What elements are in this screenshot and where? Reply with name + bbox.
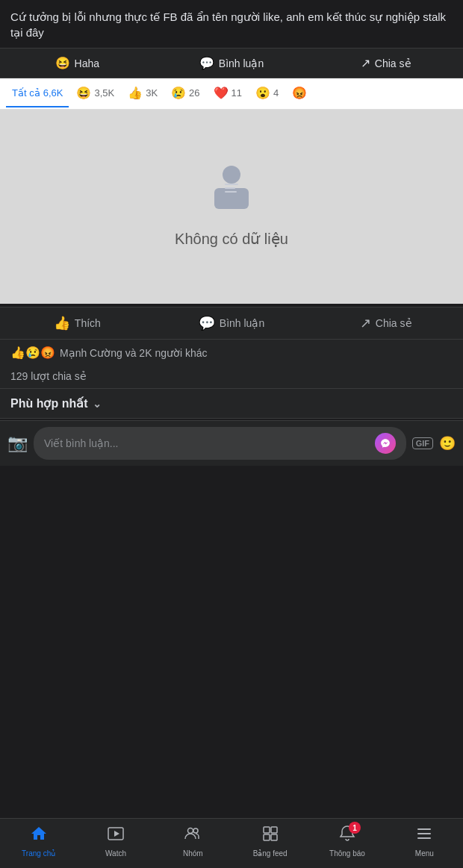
sad-tab-emoji: 😢: [171, 86, 186, 100]
haha-label: Haha: [75, 57, 99, 69]
notification-badge: 1: [349, 822, 361, 834]
comment-input-placeholder: Viết bình luận...: [44, 437, 118, 449]
haha-emoji-icon: 😆: [55, 56, 70, 70]
share-reaction-button[interactable]: ↗ Chia sẻ: [308, 49, 463, 78]
nav-watch-label: Watch: [105, 849, 126, 858]
empty-state-panel: Không có dữ liệu: [0, 110, 463, 304]
comment-action-button[interactable]: 💬 Bình luận: [155, 307, 309, 339]
shares-text: 129 lượt chia sẻ: [10, 370, 87, 382]
tab-sad[interactable]: 😢 26: [165, 78, 205, 109]
shares-row: 129 lượt chia sẻ: [0, 366, 463, 389]
home-icon: [30, 825, 48, 847]
reactions-detail-panel: Tất cả 6,6K 😆 3,5K 👍 3K 😢 26 ❤️ 11 😮 4 😡: [0, 78, 463, 110]
nav-menu[interactable]: Menu: [386, 819, 463, 868]
svg-marker-6: [114, 831, 119, 837]
tab-haha[interactable]: 😆 3,5K: [70, 78, 120, 109]
svg-rect-14: [417, 833, 431, 834]
svg-rect-15: [417, 837, 431, 839]
svg-rect-12: [271, 834, 277, 840]
tab-heart[interactable]: ❤️ 11: [208, 78, 248, 109]
nav-feed[interactable]: Bảng feed: [232, 819, 308, 868]
camera-icon[interactable]: 📷: [7, 434, 28, 453]
nav-notifications-label: Thông báo: [329, 849, 365, 858]
comment-action-icon: 💬: [199, 315, 215, 331]
svg-rect-9: [264, 827, 270, 833]
comment-reaction-button[interactable]: 💬 Bình luận: [155, 49, 309, 78]
likers-row[interactable]: 👍😢😡 Mạnh Cường và 2K người khác: [0, 340, 463, 366]
share-action-label: Chia sẻ: [376, 317, 412, 329]
nav-watch[interactable]: Watch: [77, 819, 154, 868]
nav-home-label: Trang chủ: [22, 849, 55, 858]
tab-heart-count: 11: [232, 87, 242, 99]
svg-rect-10: [271, 827, 277, 833]
post-actions-bar: 👍 Thích 💬 Bình luận ↗ Chia sẻ: [0, 307, 463, 340]
comment-input-area: 📷 Viết bình luận... GIF 🙂: [0, 420, 463, 466]
likers-reaction-icons: 👍😢😡: [10, 346, 55, 360]
like-action-button[interactable]: 👍 Thích: [0, 307, 155, 339]
svg-rect-11: [264, 834, 270, 840]
share-icon: ↗: [361, 56, 370, 70]
svg-point-8: [193, 828, 198, 833]
nav-groups-label: Nhóm: [183, 849, 203, 858]
like-tab-emoji: 👍: [128, 86, 143, 100]
haha-tab-emoji: 😆: [76, 86, 91, 100]
post-title-area: Cứ tưởng bị lỗi nhưng thực tế FB đã ẩn t…: [0, 0, 463, 48]
svg-point-7: [188, 828, 193, 834]
share-action-icon: ↗: [360, 315, 371, 331]
reactions-tabs: Tất cả 6,6K 😆 3,5K 👍 3K 😢 26 ❤️ 11 😮 4 😡: [0, 78, 463, 109]
watch-icon: [107, 825, 125, 847]
feed-icon: [261, 825, 279, 847]
share-label: Chia sẻ: [375, 57, 411, 69]
comment-label: Bình luận: [219, 57, 264, 69]
chevron-down-icon: ⌄: [93, 398, 102, 410]
share-action-button[interactable]: ↗ Chia sẻ: [308, 307, 463, 339]
tab-all-count: 6,6K: [43, 87, 63, 99]
svg-point-0: [223, 166, 240, 184]
svg-rect-13: [417, 828, 431, 830]
tab-wow[interactable]: 😮 4: [249, 78, 285, 109]
tab-all-label: Tất cả: [12, 87, 40, 99]
groups-icon: [184, 825, 202, 847]
tab-haha-count: 3,5K: [94, 87, 114, 99]
tab-like-count: 3K: [146, 87, 158, 99]
bottom-nav: Trang chủ Watch Nhóm: [0, 818, 463, 868]
svg-rect-4: [225, 191, 237, 193]
comment-action-label: Bình luận: [220, 317, 264, 329]
gif-badge[interactable]: GIF: [412, 437, 433, 449]
menu-icon: [415, 825, 433, 847]
thumbs-up-icon: 👍: [54, 315, 70, 331]
nav-groups[interactable]: Nhóm: [155, 819, 232, 868]
comment-right-icons: [375, 433, 396, 454]
like-action-label: Thích: [75, 317, 101, 329]
svg-rect-2: [225, 184, 238, 185]
smile-icon[interactable]: 🙂: [439, 435, 456, 452]
wow-tab-emoji: 😮: [255, 86, 270, 100]
haha-reaction-button[interactable]: 😆 Haha: [0, 49, 155, 78]
nav-home[interactable]: Trang chủ: [0, 819, 77, 868]
tab-sad-count: 26: [189, 87, 199, 99]
angry-tab-emoji: 😡: [292, 86, 307, 100]
tab-like[interactable]: 👍 3K: [122, 78, 164, 109]
nav-feed-label: Bảng feed: [253, 849, 288, 858]
heart-tab-emoji: ❤️: [214, 86, 229, 100]
sort-label: Phù hợp nhất: [10, 396, 88, 410]
no-data-text: Không có dữ liệu: [175, 230, 288, 248]
nav-menu-label: Menu: [415, 849, 434, 858]
comment-input-box[interactable]: Viết bình luận...: [34, 427, 406, 460]
comment-icon: 💬: [199, 56, 214, 70]
tab-angry[interactable]: 😡: [286, 78, 313, 109]
no-data-icon: [205, 158, 258, 221]
nav-notifications[interactable]: 1 Thông báo: [308, 819, 385, 868]
sort-row[interactable]: Phù hợp nhất ⌄: [0, 389, 463, 419]
post-title-text: Cứ tưởng bị lỗi nhưng thực tế FB đã ẩn t…: [10, 10, 446, 39]
tab-all[interactable]: Tất cả 6,6K: [6, 80, 69, 107]
reaction-bar: 😆 Haha 💬 Bình luận ↗ Chia sẻ: [0, 48, 463, 78]
svg-rect-3: [225, 187, 235, 189]
tab-wow-count: 4: [273, 87, 279, 99]
messenger-icon[interactable]: [375, 433, 396, 454]
likers-text: Mạnh Cường và 2K người khác: [60, 347, 208, 359]
